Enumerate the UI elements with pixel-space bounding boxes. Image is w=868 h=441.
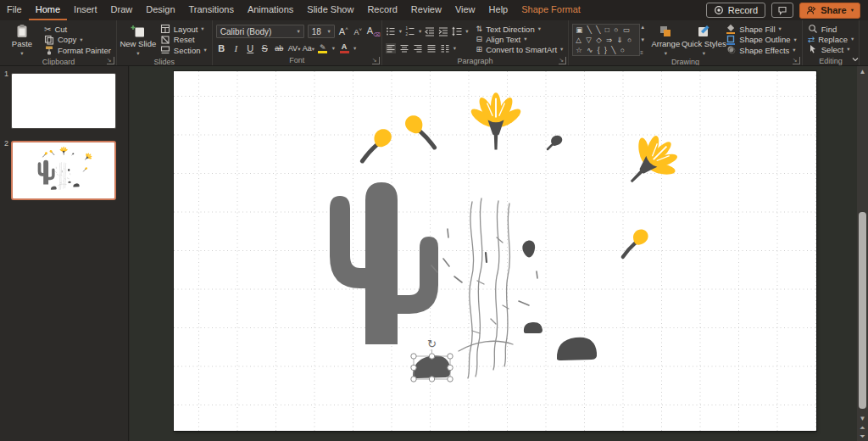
- paste-button[interactable]: Paste ▾: [4, 22, 40, 58]
- align-center-icon[interactable]: [399, 43, 409, 53]
- record-button[interactable]: Record: [706, 3, 765, 18]
- tab-record[interactable]: Record: [360, 0, 403, 20]
- shape-fill-button[interactable]: Shape Fill▾: [724, 24, 798, 34]
- format-painter-button[interactable]: Format Painter: [42, 45, 113, 55]
- copy-caret[interactable]: ▾: [80, 36, 82, 43]
- tab-view[interactable]: View: [448, 0, 482, 20]
- strikethrough-button[interactable]: S: [259, 43, 270, 53]
- tab-insert[interactable]: Insert: [67, 0, 104, 20]
- character-spacing-button[interactable]: AV▾: [288, 44, 299, 53]
- italic-button[interactable]: I: [231, 43, 242, 53]
- quick-styles-button[interactable]: Quick Styles ▾: [686, 22, 721, 58]
- shape-gallery-row-3[interactable]: ☆ ∿ { } ╲ ○: [576, 46, 637, 54]
- find-button[interactable]: Find: [806, 24, 856, 34]
- rotate-handle-icon[interactable]: ↻: [427, 338, 437, 350]
- layout-caret[interactable]: ▾: [201, 25, 203, 32]
- slide-canvas[interactable]: ↻: [174, 71, 816, 431]
- vertical-scrollbar[interactable]: ▲ ▼ ⏶ ⏷: [857, 66, 868, 441]
- shape-gallery-row-1[interactable]: ▣ ╲ ╲ □ ○ ▭: [576, 25, 637, 34]
- bullets-caret[interactable]: ▾: [399, 28, 402, 35]
- tab-file[interactable]: File: [0, 0, 29, 20]
- align-right-icon[interactable]: [413, 43, 423, 53]
- new-slide-button[interactable]: New Slide ▾: [120, 22, 156, 58]
- subscript-button[interactable]: ab: [274, 44, 285, 53]
- select-button[interactable]: Select▾: [806, 44, 856, 54]
- tab-slide-show[interactable]: Slide Show: [300, 0, 360, 20]
- shrink-font-button[interactable]: A˅: [353, 27, 364, 36]
- convert-to-smartart-button[interactable]: ⊞ Convert to SmartArt▾: [475, 44, 565, 54]
- cut-button[interactable]: ✂ Cut: [42, 24, 113, 34]
- columns-caret[interactable]: ▾: [453, 45, 456, 52]
- shape-gallery-more-button[interactable]: ≡: [640, 50, 645, 55]
- paragraph-dialog-launcher[interactable]: ↘: [559, 57, 566, 64]
- comment-bubble-icon: [777, 5, 787, 15]
- collapse-ribbon-chevron-icon[interactable]: [851, 57, 860, 63]
- shape-gallery-up-arrow[interactable]: ▲: [640, 25, 645, 30]
- editing-group-label: Editing: [806, 57, 856, 66]
- underline-button[interactable]: U: [245, 43, 256, 53]
- share-button[interactable]: Share ▾: [799, 3, 860, 19]
- tab-animations[interactable]: Animations: [241, 0, 300, 20]
- change-case-button[interactable]: Aa▾: [303, 44, 314, 53]
- font-dialog-launcher[interactable]: ↘: [372, 57, 380, 64]
- dictate-button[interactable]: Dictate ▾: [863, 22, 868, 58]
- columns-icon[interactable]: [440, 43, 450, 53]
- clear-formatting-button[interactable]: A⌫: [367, 25, 378, 37]
- font-size-combobox[interactable]: 18 ▾: [308, 25, 335, 38]
- tab-transitions[interactable]: Transitions: [182, 0, 241, 20]
- shape-effects-button[interactable]: Shape Effects▾: [724, 45, 798, 55]
- new-slide-caret[interactable]: ▾: [136, 49, 139, 58]
- section-caret[interactable]: ▾: [204, 47, 207, 53]
- align-left-icon[interactable]: [386, 43, 396, 53]
- tab-help[interactable]: Help: [482, 0, 515, 20]
- scroll-down-arrow-icon[interactable]: ▼: [857, 415, 868, 422]
- scroll-up-arrow-icon[interactable]: ▲: [857, 68, 868, 75]
- highlight-color-button[interactable]: ✎: [317, 44, 329, 53]
- slide-thumbnail-panel: 1 2: [0, 66, 129, 441]
- quick-styles-caret[interactable]: ▾: [703, 49, 705, 58]
- share-dropdown-caret[interactable]: ▾: [851, 7, 854, 14]
- highlight-caret[interactable]: ▾: [332, 45, 335, 52]
- previous-slide-button[interactable]: ⏶: [857, 424, 868, 432]
- shape-outline-button[interactable]: Shape Outline▾: [724, 35, 798, 45]
- font-family-combobox[interactable]: Calibri (Body) ▾: [216, 25, 304, 38]
- tab-review[interactable]: Review: [404, 0, 448, 20]
- drawing-dialog-launcher[interactable]: ↘: [793, 57, 800, 64]
- bullets-icon[interactable]: [386, 26, 396, 36]
- scrollbar-thumb[interactable]: [859, 212, 866, 409]
- text-direction-button[interactable]: ⇅ Text Direction▾: [475, 24, 565, 34]
- shape-gallery-row-2[interactable]: △ ▽ ◇ ⇒ ⇓ ○: [576, 36, 637, 44]
- line-spacing-icon[interactable]: [452, 26, 462, 36]
- numbering-caret[interactable]: ▾: [419, 28, 421, 35]
- line-spacing-caret[interactable]: ▾: [465, 28, 468, 35]
- tab-home[interactable]: Home: [29, 0, 67, 20]
- slide-2-thumbnail-selected[interactable]: [11, 141, 116, 200]
- shape-gallery[interactable]: ▣ ╲ ╲ □ ○ ▭ △ ▽ ◇ ⇒ ⇓ ○ ☆ ∿ { } ╲ ○: [572, 24, 640, 56]
- grow-font-button[interactable]: A˄: [338, 26, 349, 36]
- copy-button[interactable]: Copy ▾: [42, 35, 113, 45]
- paste-caret[interactable]: ▾: [20, 49, 23, 58]
- bold-button[interactable]: B: [216, 43, 227, 53]
- shape-gallery-down-arrow[interactable]: ▼: [640, 37, 645, 42]
- section-button[interactable]: Section ▾: [159, 45, 209, 55]
- arrange-button[interactable]: Arrange ▾: [648, 22, 683, 58]
- next-slide-button[interactable]: ⏷: [857, 433, 868, 440]
- replace-button[interactable]: ⇄ Replace▾: [806, 34, 856, 44]
- decrease-indent-icon[interactable]: [425, 26, 435, 36]
- layout-button[interactable]: Layout ▾: [159, 24, 209, 34]
- comments-button[interactable]: [771, 3, 793, 18]
- tab-draw[interactable]: Draw: [104, 0, 140, 20]
- numbering-icon[interactable]: 12: [405, 26, 415, 36]
- justify-icon[interactable]: [426, 43, 437, 53]
- clipboard-dialog-launcher[interactable]: ↘: [107, 57, 114, 64]
- tab-shape-format[interactable]: Shape Format: [515, 0, 587, 20]
- reset-button[interactable]: Reset: [159, 35, 209, 45]
- font-color-caret[interactable]: ▾: [353, 45, 356, 52]
- arrange-caret[interactable]: ▾: [665, 49, 667, 58]
- increase-indent-icon[interactable]: [438, 26, 448, 36]
- font-color-button[interactable]: A: [338, 43, 350, 53]
- tab-design[interactable]: Design: [139, 0, 181, 20]
- slide-2-number: 2: [4, 139, 8, 148]
- align-text-button[interactable]: ⊟ Align Text▾: [475, 34, 565, 44]
- slide-1-thumbnail[interactable]: [11, 73, 116, 129]
